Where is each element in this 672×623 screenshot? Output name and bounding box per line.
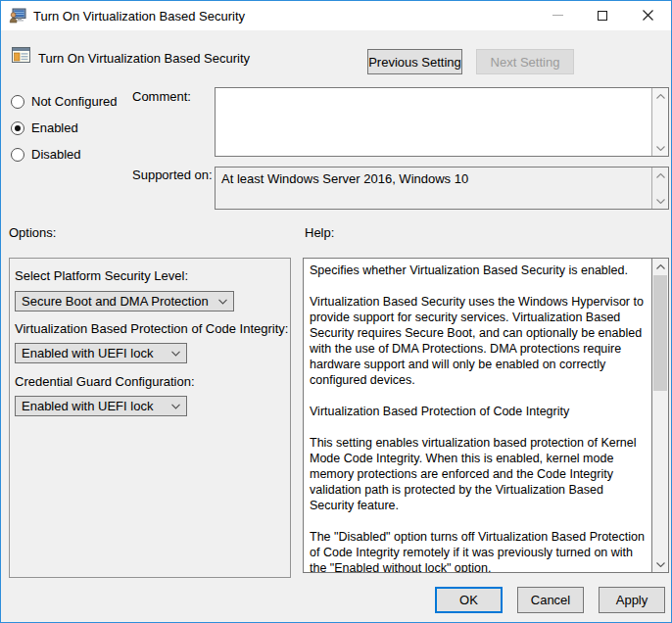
maximize-icon: [598, 11, 607, 21]
help-paragraph: Specifies whether Virtualization Based S…: [310, 263, 645, 278]
radio-unchecked-icon: [11, 148, 24, 162]
apply-button[interactable]: Apply: [599, 587, 665, 613]
close-icon: [643, 10, 653, 21]
supported-on-value: At least Windows Server 2016, Windows 10: [221, 171, 647, 186]
radio-label: Disabled: [31, 147, 81, 162]
supported-on-label: Supported on:: [132, 168, 213, 182]
scroll-up-button[interactable]: [652, 88, 668, 104]
help-scrollbar[interactable]: [651, 259, 668, 572]
dropdown-value: Enabled with UEFI lock: [22, 346, 153, 360]
code-integrity-protection-dropdown[interactable]: Enabled with UEFI lock: [15, 343, 187, 363]
help-label: Help:: [305, 225, 334, 240]
user-computer-app-icon: [9, 7, 26, 24]
minimize-icon: [552, 15, 563, 16]
supported-on-box: At least Windows Server 2016, Windows 10: [215, 167, 669, 210]
maximize-button[interactable]: [580, 1, 625, 29]
scroll-up-button[interactable]: [652, 259, 668, 274]
ok-button[interactable]: OK: [435, 587, 503, 613]
comment-input[interactable]: [215, 87, 669, 157]
credential-guard-configuration-label: Credential Guard Configuration:: [15, 374, 195, 389]
setting-title: Turn On Virtualization Based Security: [38, 51, 250, 66]
titlebar[interactable]: Turn On Virtualization Based Security: [1, 1, 671, 30]
options-label: Options:: [9, 225, 56, 240]
window-title: Turn On Virtualization Based Security: [33, 9, 245, 24]
scroll-down-button[interactable]: [652, 556, 668, 572]
chevron-down-icon: [656, 146, 665, 151]
chevron-up-icon: [656, 264, 665, 269]
comment-scrollbar[interactable]: [651, 88, 668, 156]
policy-setting-icon: [11, 45, 31, 66]
group-policy-setting-dialog: Turn On Virtualization Based Security Tu…: [0, 0, 672, 623]
scroll-up-button[interactable]: [652, 168, 668, 183]
help-paragraph: The "Disabled" option turns off Virtuali…: [310, 529, 645, 572]
help-box: Specifies whether Virtualization Based S…: [303, 258, 669, 573]
help-paragraph: This setting enables virtualization base…: [310, 435, 645, 513]
radio-checked-icon: [11, 121, 24, 135]
radio-label: Not Configured: [31, 94, 117, 109]
chevron-down-icon: [171, 404, 180, 409]
radio-not-configured[interactable]: Not Configured: [11, 94, 117, 109]
next-setting-button[interactable]: Next Setting: [476, 49, 574, 74]
help-text: Specifies whether Virtualization Based S…: [304, 259, 651, 572]
radio-label: Enabled: [31, 120, 78, 135]
cancel-button[interactable]: Cancel: [517, 587, 584, 613]
help-paragraph: Virtualization Based Security uses the W…: [310, 294, 645, 388]
dropdown-value: Secure Boot and DMA Protection: [22, 294, 209, 309]
code-integrity-protection-label: Virtualization Based Protection of Code …: [15, 321, 288, 336]
caption-buttons: [535, 1, 670, 29]
scroll-down-button[interactable]: [652, 140, 668, 156]
credential-guard-configuration-dropdown[interactable]: Enabled with UEFI lock: [15, 396, 187, 416]
platform-security-level-dropdown[interactable]: Secure Boot and DMA Protection: [15, 291, 234, 312]
chevron-down-icon: [656, 199, 665, 204]
dropdown-value: Enabled with UEFI lock: [22, 399, 153, 413]
radio-disabled[interactable]: Disabled: [11, 147, 81, 162]
chevron-down-icon: [656, 562, 665, 567]
comment-label: Comment:: [132, 89, 191, 104]
help-paragraph: Virtualization Based Protection of Code …: [310, 404, 645, 419]
minimize-button[interactable]: [535, 1, 580, 29]
radio-unchecked-icon: [11, 95, 24, 109]
scroll-down-button[interactable]: [652, 193, 668, 209]
previous-setting-button[interactable]: Previous Setting: [367, 49, 462, 74]
chevron-up-icon: [656, 173, 665, 178]
options-panel: Select Platform Security Level: Secure B…: [9, 258, 291, 578]
radio-enabled[interactable]: Enabled: [11, 120, 78, 135]
chevron-down-icon: [171, 351, 180, 357]
close-button[interactable]: [625, 1, 670, 29]
chevron-down-icon: [218, 299, 227, 305]
chevron-up-icon: [656, 94, 665, 99]
platform-security-level-label: Select Platform Security Level:: [15, 268, 188, 283]
supported-on-scrollbar[interactable]: [651, 168, 668, 209]
scrollbar-thumb[interactable]: [653, 275, 667, 391]
radio-dot: [15, 125, 21, 131]
